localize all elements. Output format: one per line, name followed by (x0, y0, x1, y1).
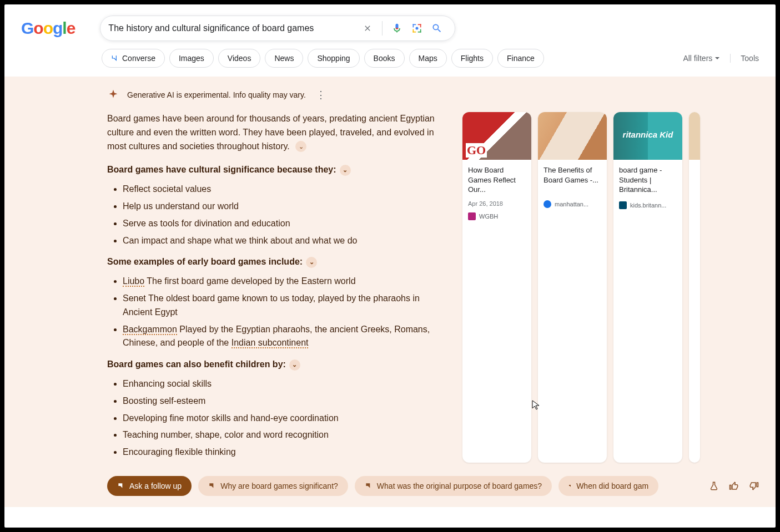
tab-news[interactable]: News (265, 49, 303, 68)
reply-icon (365, 482, 373, 490)
list-item: Senet The oldest board game known to us … (123, 292, 446, 320)
card-title: How Board Games Reflect Our... (468, 165, 526, 195)
tab-flights[interactable]: Flights (451, 49, 493, 68)
expand-icon[interactable]: ⌄ (295, 141, 306, 152)
card-source: manhattan... (555, 201, 588, 207)
card-thumb (689, 112, 700, 160)
source-card[interactable]: The Benefits of Board Games -... manhatt… (538, 112, 607, 463)
lens-icon[interactable] (410, 22, 424, 35)
card-source: WGBH (479, 213, 498, 220)
term-indian-subcontinent[interactable]: Indian subcontinent (232, 338, 309, 348)
divider (382, 21, 383, 36)
svg-rect-3 (420, 24, 421, 28)
list-item: Serve as tools for divination and educat… (123, 217, 446, 231)
reply-icon (208, 482, 216, 490)
list-item: Reflect societal values (123, 183, 446, 196)
term-liubo[interactable]: Liubo (123, 276, 144, 287)
search-box[interactable] (100, 16, 455, 41)
card-title: The Benefits of Board Games -... (544, 165, 601, 185)
svg-point-8 (416, 27, 419, 30)
source-card-partial[interactable] (689, 112, 700, 463)
clear-icon[interactable] (361, 22, 374, 35)
list-item: Help us understand our world (123, 200, 446, 214)
list-item: Enhancing social skills (123, 377, 446, 391)
card-thumb (462, 112, 531, 160)
card-thumb (538, 112, 607, 160)
mic-icon[interactable] (390, 22, 404, 35)
tools-button[interactable]: Tools (730, 54, 759, 63)
tab-shopping[interactable]: Shopping (308, 49, 359, 68)
list-item: Liubo The first board game developed by … (123, 275, 446, 288)
expand-icon[interactable]: ⌄ (289, 359, 300, 371)
heading-children: Board games can also benefit children by… (107, 358, 286, 372)
reply-icon (568, 482, 572, 490)
list-item: Encouraging flexible thinking (123, 445, 446, 459)
intro-text: Board games have been around for thousan… (107, 114, 435, 151)
tab-finance[interactable]: Finance (497, 49, 544, 68)
google-logo[interactable]: Google (21, 19, 75, 38)
source-card[interactable]: board game - Students | Britannica... ki… (613, 112, 682, 463)
svg-rect-1 (413, 24, 414, 28)
card-title: board game - Students | Britannica... (619, 165, 677, 195)
svg-rect-5 (413, 29, 414, 33)
search-icon[interactable] (430, 22, 444, 35)
more-options-icon[interactable]: ⋮ (316, 89, 326, 101)
chevron-down-icon (714, 55, 720, 61)
followup-suggestion[interactable]: Why are board games significant? (198, 476, 348, 496)
list-item: Backgammon Played by the Egyptian pharao… (123, 323, 446, 351)
all-filters-button[interactable]: All filters (683, 54, 720, 63)
card-source: kids.britann... (630, 202, 666, 209)
heading-examples: Some examples of early board games inclu… (107, 255, 303, 269)
thumbs-down-icon[interactable] (749, 481, 759, 491)
converse-icon (111, 54, 119, 62)
search-input[interactable] (108, 23, 358, 33)
list-item: Developing fine motor skills and hand-ey… (123, 412, 446, 425)
card-thumb (613, 112, 682, 160)
tab-books[interactable]: Books (364, 49, 405, 68)
expand-icon[interactable]: ⌄ (340, 165, 351, 176)
thumbs-up-icon[interactable] (729, 481, 739, 491)
tab-images[interactable]: Images (169, 49, 214, 68)
list-item: Teaching number, shape, color and word r… (123, 428, 446, 442)
favicon (619, 201, 627, 209)
list-item: Can impact and shape what we think about… (123, 234, 446, 248)
tab-converse[interactable]: Converse (102, 49, 165, 68)
card-date: Apr 26, 2018 (468, 200, 526, 207)
ask-followup-button[interactable]: Ask a follow up (107, 476, 192, 496)
source-card[interactable]: How Board Games Reflect Our... Apr 26, 2… (462, 112, 531, 463)
favicon (468, 212, 476, 220)
tab-videos[interactable]: Videos (218, 49, 261, 68)
ai-answer: Board games have been around for thousan… (107, 112, 446, 463)
favicon (544, 200, 551, 208)
followup-suggestion[interactable]: When did board gam (558, 476, 658, 496)
svg-rect-7 (420, 29, 421, 33)
term-backgammon[interactable]: Backgammon (123, 325, 177, 335)
ai-disclaimer: Generative AI is experimental. Info qual… (127, 90, 306, 99)
sparkle-icon (107, 89, 119, 101)
expand-icon[interactable]: ⌄ (306, 257, 317, 268)
labs-icon[interactable] (709, 481, 719, 491)
heading-significance: Board games have cultural significance b… (107, 163, 336, 177)
source-cards: How Board Games Reflect Our... Apr 26, 2… (462, 112, 700, 463)
followup-suggestion[interactable]: What was the original purpose of board g… (355, 476, 552, 496)
search-tabs: Converse Images Videos News Shopping Boo… (4, 41, 776, 77)
list-item: Boosting self-esteem (123, 394, 446, 408)
reply-icon (117, 482, 125, 490)
tab-maps[interactable]: Maps (409, 49, 447, 68)
tab-label: Converse (122, 54, 155, 63)
